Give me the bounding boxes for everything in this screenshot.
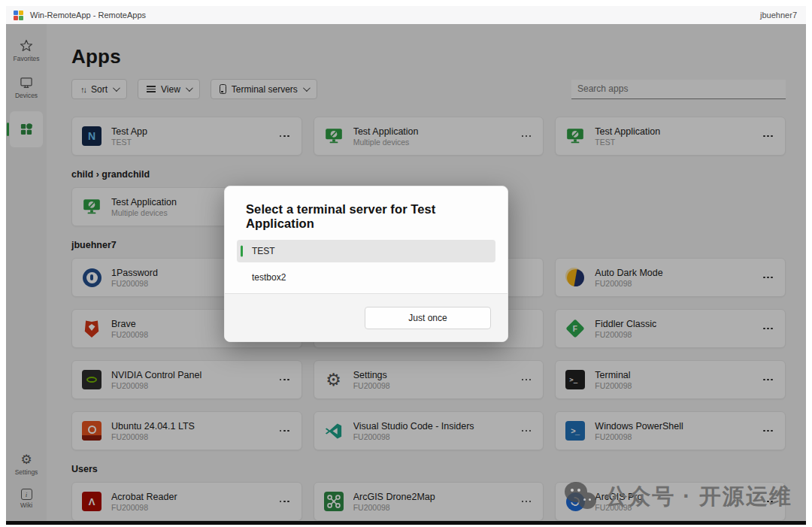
terminal-server-dialog: Select a terminal server for Test Applic… xyxy=(224,186,508,342)
server-option-test[interactable]: TEST xyxy=(237,240,495,262)
app-window: Win-RemoteApp - RemoteApps jbuehner7 Fav… xyxy=(6,6,806,521)
selected-indicator xyxy=(241,246,243,257)
watermark-text: 公众号 · 开源运维 xyxy=(605,482,792,512)
dialog-title: Select a terminal server for Test Applic… xyxy=(246,202,486,231)
watermark: 公众号 · 开源运维 xyxy=(565,482,792,512)
wechat-icon xyxy=(565,482,599,512)
titlebar: Win-RemoteApp - RemoteApps jbuehner7 xyxy=(6,6,806,24)
bottom-bar xyxy=(6,521,806,525)
server-options-list: TEST testbox2 xyxy=(237,240,495,292)
window-title: Win-RemoteApp - RemoteApps xyxy=(30,11,146,20)
just-once-button[interactable]: Just once xyxy=(365,307,491,329)
app-logo-icon xyxy=(14,11,23,20)
server-option-testbox2[interactable]: testbox2 xyxy=(237,266,495,289)
dialog-footer: Just once xyxy=(225,293,508,341)
logged-in-user: jbuehner7 xyxy=(760,11,797,20)
